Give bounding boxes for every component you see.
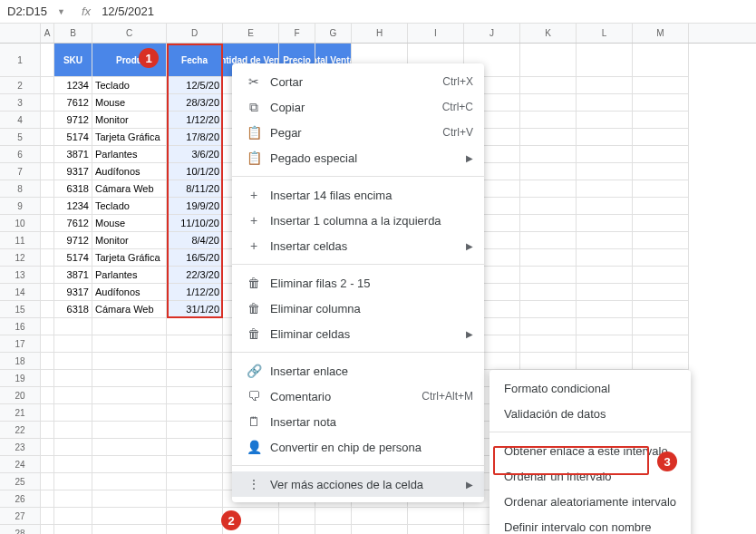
row-header-3[interactable]: 3 — [0, 94, 40, 112]
menu-more-actions[interactable]: ⋮ Ver más acciones de la celda ▶ — [232, 471, 484, 497]
column-header-A[interactable]: A — [41, 24, 54, 43]
menu-copy[interactable]: ⧉ Copiar Ctrl+C — [232, 94, 484, 120]
cell[interactable] — [41, 267, 54, 284]
column-header-E[interactable]: E — [223, 24, 279, 43]
cell[interactable] — [167, 335, 223, 353]
cell[interactable] — [577, 198, 633, 215]
name-box-dropdown-icon[interactable]: ▼ — [57, 7, 65, 16]
cell[interactable]: 11/10/20 — [167, 215, 223, 232]
cell[interactable] — [633, 163, 689, 180]
cell[interactable] — [520, 94, 577, 112]
row-header-17[interactable]: 17 — [0, 335, 40, 353]
cell[interactable]: 7612 — [54, 94, 92, 112]
cell[interactable] — [577, 353, 633, 370]
cell[interactable] — [408, 525, 464, 534]
cell[interactable] — [54, 387, 92, 404]
menu-insert-column[interactable]: + Insertar 1 columna a la izquierda — [232, 208, 484, 233]
cell[interactable] — [167, 456, 223, 473]
menu-insert-link[interactable]: 🔗 Insertar enlace — [232, 358, 484, 384]
cell[interactable] — [520, 353, 577, 370]
cell[interactable]: 19/9/20 — [167, 198, 223, 215]
cell[interactable] — [54, 490, 92, 508]
row-header-6[interactable]: 6 — [0, 146, 40, 163]
cell[interactable]: Teclado — [92, 77, 167, 94]
cell[interactable] — [520, 163, 577, 180]
cell[interactable] — [41, 353, 54, 370]
cell[interactable] — [54, 439, 92, 456]
row-header-14[interactable]: 14 — [0, 284, 40, 301]
cell[interactable] — [54, 525, 92, 534]
row-header-7[interactable]: 7 — [0, 163, 40, 180]
row-header-1[interactable]: 1 — [0, 44, 40, 77]
cell[interactable]: 6318 — [54, 180, 92, 198]
cell[interactable] — [41, 129, 54, 146]
cell[interactable] — [520, 129, 577, 146]
cell[interactable] — [41, 473, 54, 490]
cell[interactable] — [41, 284, 54, 301]
cell[interactable] — [520, 146, 577, 163]
cell[interactable] — [167, 318, 223, 335]
cell[interactable] — [41, 112, 54, 129]
cell[interactable] — [167, 353, 223, 370]
header-cell-B[interactable]: SKU — [54, 44, 92, 77]
cell[interactable] — [92, 508, 167, 525]
row-header-20[interactable]: 20 — [0, 387, 40, 404]
cell[interactable] — [633, 232, 689, 249]
cell[interactable]: 31/1/20 — [167, 301, 223, 318]
cell[interactable] — [41, 422, 54, 439]
cell[interactable] — [41, 404, 54, 422]
cell[interactable] — [520, 198, 577, 215]
cell[interactable]: 10/1/20 — [167, 163, 223, 180]
cell[interactable]: 3/6/20 — [167, 146, 223, 163]
cell[interactable]: Cámara Web — [92, 301, 167, 318]
cell[interactable] — [41, 456, 54, 473]
cell[interactable] — [633, 198, 689, 215]
cell[interactable] — [92, 473, 167, 490]
cell[interactable] — [315, 525, 352, 534]
cell[interactable] — [92, 353, 167, 370]
menu-paste[interactable]: 📋 Pegar Ctrl+V — [232, 120, 484, 145]
cell[interactable] — [41, 318, 54, 335]
cell[interactable] — [520, 77, 577, 94]
cell[interactable]: 8/4/20 — [167, 232, 223, 249]
menu-person-chip[interactable]: 👤 Convertir en chip de persona — [232, 434, 484, 460]
cell[interactable] — [41, 525, 54, 534]
cell[interactable]: 9712 — [54, 232, 92, 249]
cell[interactable] — [41, 335, 54, 353]
cell[interactable] — [41, 387, 54, 404]
cell[interactable] — [41, 490, 54, 508]
cell[interactable] — [577, 94, 633, 112]
column-header-F[interactable]: F — [279, 24, 315, 43]
menu-delete-rows[interactable]: 🗑 Eliminar filas 2 - 15 — [232, 270, 484, 296]
cell[interactable] — [577, 129, 633, 146]
cell[interactable] — [633, 77, 689, 94]
cell[interactable] — [167, 525, 223, 534]
cell[interactable] — [92, 318, 167, 335]
cell[interactable]: 6318 — [54, 301, 92, 318]
menu-insert-note[interactable]: 🗒 Insertar nota — [232, 409, 484, 434]
cell[interactable] — [279, 525, 315, 534]
menu-delete-cells[interactable]: 🗑 Eliminar celdas ▶ — [232, 321, 484, 346]
cell[interactable] — [577, 284, 633, 301]
cell[interactable] — [41, 249, 54, 267]
cell[interactable] — [520, 249, 577, 267]
cell[interactable] — [633, 249, 689, 267]
column-header-C[interactable]: C — [92, 24, 167, 43]
cell[interactable] — [520, 180, 577, 198]
cell[interactable]: 28/3/20 — [167, 94, 223, 112]
row-header-25[interactable]: 25 — [0, 473, 40, 490]
cell[interactable] — [41, 215, 54, 232]
column-header-J[interactable]: J — [464, 24, 520, 43]
cell[interactable]: 7612 — [54, 215, 92, 232]
cell[interactable] — [520, 318, 577, 335]
cell[interactable]: Tarjeta Gráfica — [92, 249, 167, 267]
cell[interactable]: Mouse — [92, 215, 167, 232]
cell[interactable] — [633, 94, 689, 112]
cell[interactable] — [577, 267, 633, 284]
row-header-12[interactable]: 12 — [0, 249, 40, 267]
menu-insert-cells[interactable]: + Insertar celdas ▶ — [232, 233, 484, 258]
submenu-randomize[interactable]: Ordenar aleatoriamente intervalo — [489, 489, 691, 514]
cell[interactable] — [279, 508, 315, 525]
cell[interactable]: Audífonos — [92, 284, 167, 301]
cell[interactable] — [41, 180, 54, 198]
